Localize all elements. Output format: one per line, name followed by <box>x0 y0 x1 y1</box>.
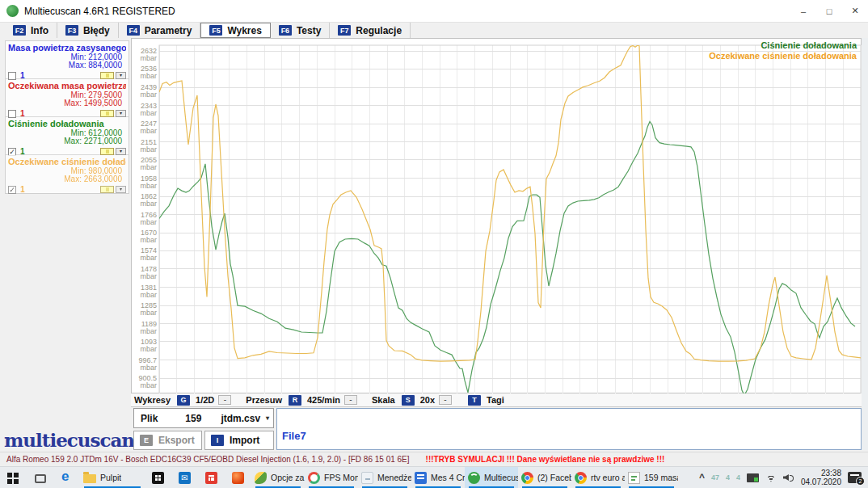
control-label: Wykresy <box>134 395 171 405</box>
opcje-icon <box>255 472 267 484</box>
menedze-icon <box>361 472 373 484</box>
minimize-button[interactable]: – <box>790 0 816 23</box>
task-fps-monitor[interactable]: FPS Moni.. <box>305 467 358 488</box>
tab-bar: F2InfoF3BłędyF4ParametryF5WykresF6TestyF… <box>0 23 868 38</box>
eksport-key-badge: E <box>140 435 153 446</box>
task-159-masa[interactable]: 159 masa.. <box>625 467 678 488</box>
fkey-badge: F5 <box>209 25 222 36</box>
file-tab-label: File7 <box>282 430 306 442</box>
task-opcje[interactable]: Opcje za.. <box>251 467 305 488</box>
tab-info[interactable]: F2Info <box>5 23 57 38</box>
file-name-value: jtdm.csv <box>221 413 260 424</box>
office-button[interactable] <box>225 467 251 488</box>
channel-minmax: Min: 980,0000Max: 2663,0000 <box>8 167 126 183</box>
y-axis-tick-label: 2247 mbar <box>132 120 157 135</box>
task-facebook[interactable]: (2) Faceb.. <box>518 467 571 488</box>
y-axis-tick-label: 2343 mbar <box>132 103 157 117</box>
plik-label: Plik <box>141 413 158 424</box>
channel-checkbox[interactable] <box>8 72 16 80</box>
channel-color-button[interactable] <box>100 186 114 193</box>
task-multiecuscan[interactable]: Multiecus.. <box>465 467 518 488</box>
control-decrease-button[interactable]: - <box>439 395 452 405</box>
channel-checkbox[interactable]: ✓ <box>8 186 16 194</box>
channel-dropdown-button[interactable]: ▾ <box>116 110 126 117</box>
chrome-icon <box>521 472 533 484</box>
eksport-button[interactable]: E Eksport <box>133 431 202 450</box>
fkey-badge: F6 <box>279 25 292 36</box>
tray-expand-chevron[interactable]: ^ <box>699 472 705 483</box>
app-icon <box>6 5 19 17</box>
y-axis-tick-label: 1670 mbar <box>132 229 157 244</box>
wifi-icon[interactable] <box>765 473 777 482</box>
explorer-pulpit-button[interactable]: Pulpit <box>80 467 145 488</box>
import-button[interactable]: I Import <box>204 431 274 450</box>
task-label: Mes 4 Cr.. <box>431 473 465 482</box>
tray-sensor-value[interactable]: 4 <box>736 473 740 482</box>
plik-box[interactable]: Plik 159 jtdm.csv ▾ <box>133 408 274 428</box>
channel-color-button[interactable] <box>100 72 114 79</box>
red-app-button[interactable] <box>198 467 225 488</box>
close-button[interactable]: ✕ <box>842 0 868 23</box>
tab-label: Testy <box>297 25 321 36</box>
y-axis-tick-label: 1478 mbar <box>132 266 157 280</box>
edge-button[interactable] <box>53 467 80 488</box>
y-axis-tick-label: 1381 mbar <box>132 284 157 299</box>
store-button[interactable] <box>145 467 171 488</box>
channel-max: Max: 2663,0000 <box>8 175 122 183</box>
tab-regulacje[interactable]: F7Regulacje <box>330 23 411 38</box>
tab-testy[interactable]: F6Testy <box>271 23 330 38</box>
task-rtv-euro[interactable]: rtv euro a.. <box>571 467 625 488</box>
task-menedzer[interactable]: Menedże.. <box>358 467 411 488</box>
channel-color-button[interactable] <box>100 148 114 155</box>
control-decrease-button[interactable]: - <box>218 395 231 405</box>
status-bar: Alfa Romeo 159 2.0 JTDm 16V - Bosch EDC1… <box>0 452 868 466</box>
channel-max: Max: 884,0000 <box>8 61 122 69</box>
control-key-badge: G <box>177 395 190 406</box>
maximize-button[interactable]: □ <box>816 0 842 23</box>
chart-panel[interactable]: 2632 mbar2536 mbar2439 mbar2343 mbar2247… <box>131 38 862 393</box>
channel-dropdown-button[interactable]: ▾ <box>116 186 126 193</box>
task-label: FPS Moni.. <box>324 473 358 482</box>
doc-icon <box>628 472 640 484</box>
tray-monitor-icon[interactable] <box>747 473 759 482</box>
control-value: Tagi <box>487 395 504 405</box>
file-dropdown-caret[interactable]: ▾ <box>266 414 269 422</box>
tab-parametry[interactable]: F4Parametry <box>119 23 201 38</box>
tray-time: 23:38 <box>801 469 841 477</box>
tray-clock[interactable]: 23:3804.07.2020 <box>801 469 841 486</box>
channel-dropdown-button[interactable]: ▾ <box>116 72 126 79</box>
tray-date: 04.07.2020 <box>801 477 841 486</box>
channel-color-button[interactable] <box>100 110 114 117</box>
channel-panel: Oczekiwane ciśnienie doładowaniaMin: 980… <box>6 155 129 193</box>
speaker-icon[interactable] <box>783 473 794 482</box>
chart-scroll-strip[interactable] <box>862 38 868 450</box>
chrome-icon <box>575 472 587 484</box>
task-label: Menedże.. <box>377 473 411 482</box>
mail-button[interactable] <box>171 467 198 488</box>
task-view-button[interactable] <box>27 467 53 488</box>
chart-canvas[interactable] <box>132 39 862 394</box>
y-axis-tick-label: 1285 mbar <box>132 302 157 317</box>
notification-center-icon[interactable]: 2 <box>848 472 862 483</box>
channel-panel: Masa powietrza zasysanegoMin: 212,0000Ma… <box>6 41 129 79</box>
tab-wykres[interactable]: F5Wykres <box>200 23 270 38</box>
channel-row: ✓1▾ <box>8 184 126 195</box>
tab-błędy[interactable]: F3Błędy <box>57 23 119 38</box>
eksport-label: Eksport <box>158 435 195 446</box>
file-tab-box[interactable]: File7 <box>276 408 862 450</box>
tray-sensor-value[interactable]: 4 <box>726 473 730 482</box>
vehicle-info: Alfa Romeo 159 2.0 JTDm 16V - Bosch EDC1… <box>6 455 410 464</box>
control-key-badge: S <box>402 395 415 406</box>
channel-checkbox[interactable]: ✓ <box>8 148 16 156</box>
start-button[interactable] <box>0 467 27 488</box>
tray-sensor-value[interactable]: 47 <box>711 473 719 482</box>
channel-checkbox[interactable] <box>8 110 16 118</box>
folder-icon <box>83 474 96 483</box>
channel-dropdown-button[interactable]: ▾ <box>116 148 126 155</box>
task-mes4[interactable]: Mes 4 Cr.. <box>411 467 465 488</box>
window-title: Multiecuscan 4.6R1 REGISTERED <box>24 6 175 17</box>
start-icon <box>7 472 19 484</box>
y-axis-tick-label: 1093 mbar <box>132 339 157 353</box>
multiecus-icon <box>468 472 480 484</box>
control-decrease-button[interactable]: - <box>344 395 357 405</box>
